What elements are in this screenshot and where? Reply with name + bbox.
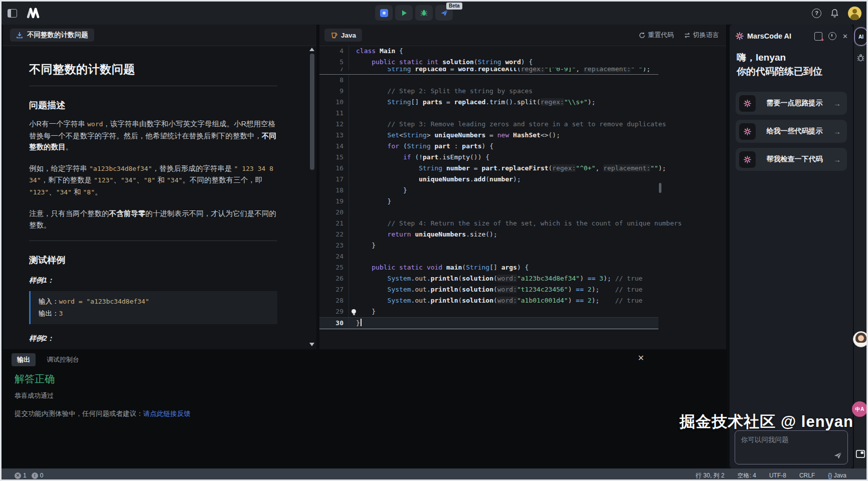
close-ai-panel-icon[interactable]: ✕ (842, 33, 848, 40)
line-content[interactable]: public static int solution(String word) … (349, 57, 658, 68)
lightbulb-icon[interactable] (352, 309, 356, 314)
line-number[interactable]: 17 (319, 174, 343, 185)
line-number[interactable]: 13 (319, 130, 343, 141)
line-content[interactable]: return uniqueNumbers.size(); (349, 229, 658, 240)
line-content[interactable]: System.out.println(solution(word:"a1b01c… (349, 295, 658, 306)
line-number[interactable]: 5 (319, 57, 343, 68)
assistant-avatar[interactable] (853, 331, 868, 347)
panel-layout-icon[interactable] (855, 448, 866, 459)
line-number[interactable]: 8 (319, 75, 343, 86)
new-chat-icon[interactable] (814, 32, 822, 41)
tab-output[interactable]: 输出 (12, 353, 36, 366)
code-line[interactable]: 14for (String part : parts) { (319, 141, 658, 152)
line-content[interactable]: System.out.println(solution(word:"a123bc… (349, 273, 658, 284)
code-line[interactable]: 12// Step 3: Remove leading zeros and st… (319, 119, 658, 130)
code-line[interactable]: 19} (319, 196, 658, 207)
code-line[interactable]: 11 (319, 108, 658, 119)
line-content[interactable]: // Step 4: Return the size of the set, w… (349, 218, 682, 229)
sidebar-toggle-icon[interactable] (8, 9, 17, 18)
debug-button[interactable] (415, 5, 433, 21)
ai-suggestion-idea-hint[interactable]: 需要一点思路提示 → (736, 92, 847, 115)
line-content[interactable]: for (String part : parts) { (349, 141, 658, 152)
line-content[interactable]: class Main { (349, 46, 658, 57)
line-number[interactable]: 28 (319, 295, 343, 306)
history-icon[interactable] (828, 32, 836, 40)
line-number[interactable]: 10 (319, 97, 343, 108)
code-line[interactable]: 30} (319, 317, 658, 329)
line-number[interactable]: 21 (319, 218, 343, 229)
run-button[interactable] (395, 5, 413, 21)
line-number[interactable]: 30 (319, 318, 343, 329)
line-content[interactable]: String number = part.replaceFirst(regex:… (349, 163, 666, 174)
eol-setting[interactable]: CRLF (799, 472, 815, 479)
debug-rail-icon[interactable] (856, 54, 865, 62)
ai-suggestion-check-code[interactable]: 帮我检查一下代码 → (736, 148, 847, 171)
line-number[interactable]: 18 (319, 185, 343, 196)
line-content[interactable] (349, 207, 658, 218)
encoding-setting[interactable]: UTF-8 (769, 472, 786, 479)
tab-debug-console[interactable]: 调试控制台 (47, 355, 79, 364)
line-number[interactable]: 12 (319, 119, 343, 130)
line-number[interactable]: 7 (319, 68, 343, 70)
line-content[interactable]: // Step 2: Split the string by spaces (349, 86, 658, 97)
marscode-logo-icon[interactable] (26, 7, 40, 19)
code-line[interactable]: 8 (319, 75, 658, 86)
problem-tab[interactable]: 不同整数的计数问题 (10, 29, 94, 42)
line-content[interactable] (349, 75, 658, 86)
notifications-bell-icon[interactable] (830, 9, 839, 18)
line-number[interactable]: 14 (319, 141, 343, 152)
line-content[interactable]: } (349, 306, 658, 317)
line-content[interactable]: } (349, 185, 658, 196)
line-number[interactable]: 4 (319, 46, 343, 57)
reset-code-button[interactable]: 重置代码 (639, 31, 674, 40)
code-line[interactable]: 26System.out.println(solution(word:"a123… (319, 273, 658, 284)
language-mode[interactable]: {} Java (828, 472, 846, 479)
code-line[interactable]: 7String replaced = word.replaceAll(regex… (319, 68, 658, 75)
close-output-icon[interactable]: ✕ (638, 353, 644, 363)
code-line[interactable]: 13Set<String> uniqueNumbers = new HashSe… (319, 130, 658, 141)
code-line[interactable]: 25public static void main(String[] args)… (319, 262, 658, 273)
code-line[interactable]: 22return uniqueNumbers.size(); (319, 229, 658, 240)
line-content[interactable]: System.out.println(solution(word:"t1234c… (349, 284, 658, 295)
code-line[interactable]: 9// Step 2: Split the string by spaces (319, 86, 658, 97)
line-content[interactable]: } (349, 318, 658, 329)
feedback-link[interactable]: 请点此链接反馈 (143, 410, 191, 417)
send-icon[interactable] (833, 451, 842, 460)
line-number[interactable]: 22 (319, 229, 343, 240)
line-content[interactable]: public static void main(String[] args) { (349, 262, 658, 273)
help-icon[interactable]: ? (812, 9, 821, 18)
line-number[interactable]: 29 (319, 306, 343, 317)
line-number[interactable]: 23 (319, 240, 343, 251)
code-line[interactable]: 4class Main { (319, 46, 658, 57)
code-line[interactable]: 10String[] parts = replaced.trim().split… (319, 97, 658, 108)
switch-language-button[interactable]: 切换语言 (684, 31, 719, 40)
code-line[interactable]: 15if (!part.isEmpty()) { (319, 152, 658, 163)
line-content[interactable]: String[] parts = replaced.trim().split(r… (349, 97, 658, 108)
line-number[interactable]: 11 (319, 108, 343, 119)
line-number[interactable]: 9 (319, 86, 343, 97)
code-line[interactable]: 28System.out.println(solution(word:"a1b0… (319, 295, 658, 306)
line-number[interactable]: 24 (319, 251, 343, 262)
submit-button[interactable]: Beta (435, 5, 453, 21)
problems-warnings[interactable]: !0 (32, 472, 44, 479)
code-line[interactable]: 27System.out.println(solution(word:"t123… (319, 284, 658, 295)
code-line[interactable]: 17uniqueNumbers.add(number); (319, 174, 658, 185)
line-content[interactable]: if (!part.isEmpty()) { (349, 152, 658, 163)
problems-errors[interactable]: ✕1 (15, 472, 27, 479)
code-line[interactable]: 5public static int solution(String word)… (319, 57, 658, 68)
line-content[interactable]: } (349, 240, 658, 251)
line-content[interactable]: uniqueNumbers.add(number); (349, 174, 658, 185)
line-number[interactable]: 27 (319, 284, 343, 295)
editor-scrollbar[interactable] (659, 183, 661, 193)
scroll-up-arrow[interactable] (309, 48, 314, 51)
line-content[interactable]: String replaced = word.replaceAll(regex:… (349, 68, 658, 70)
code-line[interactable]: 24 (319, 251, 658, 262)
line-number[interactable]: 16 (319, 163, 343, 174)
cursor-position[interactable]: 行 30, 列 2 (696, 471, 724, 480)
language-tab[interactable]: Java (324, 29, 362, 42)
code-line[interactable]: 21// Step 4: Return the size of the set,… (319, 218, 658, 229)
code-line[interactable]: 18} (319, 185, 658, 196)
line-number[interactable]: 15 (319, 152, 343, 163)
line-content[interactable]: } (349, 196, 658, 207)
line-content[interactable] (349, 251, 658, 262)
